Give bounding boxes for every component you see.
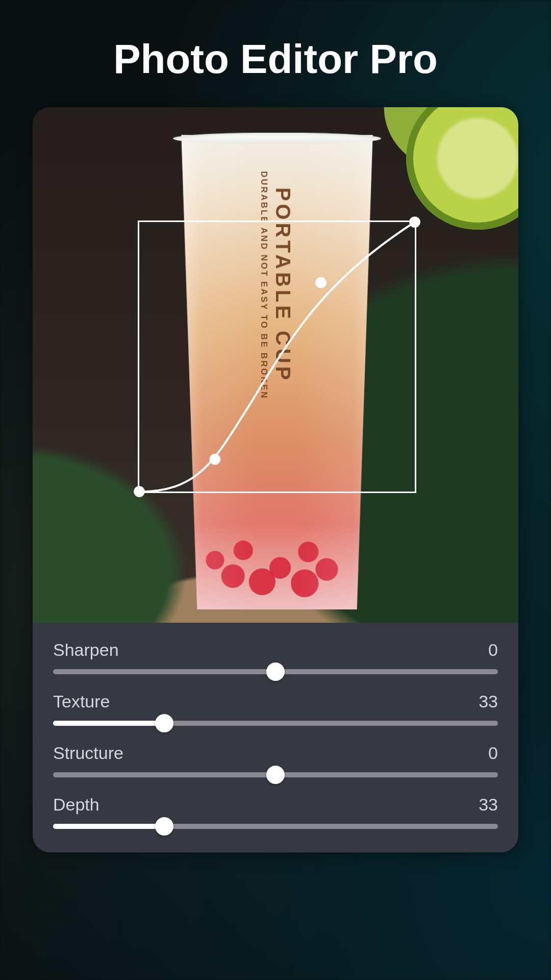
svg-point-0	[134, 486, 145, 497]
slider-thumb[interactable]	[155, 817, 173, 836]
slider-thumb[interactable]	[155, 714, 173, 732]
slider-label: Texture	[53, 692, 110, 712]
slider-texture: Texture 33	[53, 692, 498, 726]
slider-track-structure[interactable]	[53, 772, 498, 777]
slider-track-texture[interactable]	[53, 721, 498, 726]
slider-sharpen: Sharpen 0	[53, 640, 498, 674]
editor-card: PORTABLE CUP DURABLE AND NOT EASY TO BE …	[33, 107, 518, 852]
slider-structure: Structure 0	[53, 743, 498, 777]
svg-point-1	[209, 454, 220, 465]
tone-curve-overlay[interactable]	[138, 220, 416, 493]
slider-label: Sharpen	[53, 640, 119, 660]
slider-label: Structure	[53, 743, 123, 763]
slider-track-depth[interactable]	[53, 824, 498, 829]
slider-value: 33	[479, 795, 498, 815]
slider-depth: Depth 33	[53, 795, 498, 829]
adjustments-panel: Sharpen 0 Texture 33 Structure 0	[33, 623, 518, 852]
slider-track-sharpen[interactable]	[53, 669, 498, 674]
slider-thumb[interactable]	[266, 663, 285, 681]
photo-preview[interactable]: PORTABLE CUP DURABLE AND NOT EASY TO BE …	[33, 107, 518, 623]
slider-value: 0	[488, 640, 498, 660]
slider-value: 33	[479, 692, 498, 712]
slider-value: 0	[488, 743, 498, 763]
svg-point-3	[409, 216, 420, 228]
tone-curve[interactable]	[139, 222, 415, 492]
app-title: Photo Editor Pro	[0, 36, 551, 83]
svg-point-2	[315, 277, 327, 288]
slider-label: Depth	[53, 795, 99, 815]
slider-thumb[interactable]	[266, 766, 285, 784]
